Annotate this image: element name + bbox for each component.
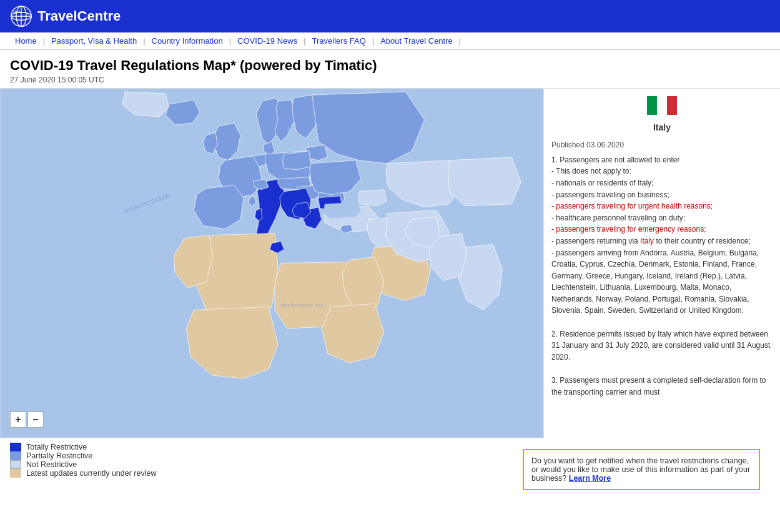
published-date: Published 03.06.2020 bbox=[551, 139, 773, 150]
nav-sep-4: | bbox=[302, 36, 307, 46]
nav-faq[interactable]: Travellers FAQ bbox=[307, 36, 371, 46]
nav-about[interactable]: About Travel Centre bbox=[375, 36, 458, 46]
country-info-text: 1. Passengers are not allowed to enter -… bbox=[551, 154, 773, 398]
legend-totally-restrictive: Totally Restrictive bbox=[10, 443, 175, 451]
legend-color-partially bbox=[10, 451, 21, 460]
country-name: Italy bbox=[551, 121, 773, 134]
legend-label-totally: Totally Restrictive bbox=[26, 443, 87, 451]
nav-home[interactable]: Home bbox=[10, 36, 42, 46]
main-layout: ATLANTIC OCEAN Mediterranean Sea + − Ita… bbox=[0, 88, 780, 438]
page-title-area: COVID-19 Travel Regulations Map* (powere… bbox=[0, 50, 780, 88]
svg-rect-11 bbox=[667, 96, 677, 115]
bottom-area: Totally Restrictive Partially Restrictiv… bbox=[0, 438, 780, 501]
legend-area: Totally Restrictive Partially Restrictiv… bbox=[0, 443, 175, 478]
nav-passport[interactable]: Passport, Visa & Health bbox=[46, 36, 142, 46]
info-panel: Italy Published 03.06.2020 1. Passengers… bbox=[543, 89, 780, 438]
svg-rect-9 bbox=[647, 96, 657, 115]
svg-text:IATA: IATA bbox=[13, 10, 21, 14]
nav-sep-1: | bbox=[42, 36, 46, 46]
legend-label-partially: Partially Restrictive bbox=[26, 451, 92, 460]
learn-more-link[interactable]: Learn More bbox=[569, 474, 611, 483]
legend-color-review bbox=[10, 469, 21, 478]
svg-text:Mediterranean Sea: Mediterranean Sea bbox=[281, 302, 323, 308]
legend-not-restrictive: Not Restrictive bbox=[10, 460, 175, 469]
country-flag-area: Italy bbox=[551, 96, 773, 134]
legend-label-review: Latest updates currently under review bbox=[26, 469, 156, 478]
legend-color-not bbox=[10, 460, 21, 469]
map-area[interactable]: ATLANTIC OCEAN Mediterranean Sea + − bbox=[0, 89, 543, 438]
nav-sep-2: | bbox=[142, 36, 146, 46]
nav-country-info[interactable]: Country Information bbox=[147, 36, 228, 46]
legend-color-totally bbox=[10, 443, 21, 451]
svg-rect-10 bbox=[657, 96, 667, 115]
header: IATA TravelCentre bbox=[0, 0, 780, 32]
site-title: TravelCentre bbox=[37, 8, 121, 24]
zoom-out-button[interactable]: − bbox=[27, 411, 44, 428]
map-controls: + − bbox=[10, 411, 44, 428]
legend-label-not: Not Restrictive bbox=[26, 460, 77, 469]
notification-text: Do you want to get notified when the tra… bbox=[531, 456, 750, 483]
legend-partially-restrictive: Partially Restrictive bbox=[10, 451, 175, 460]
page-title: COVID-19 Travel Regulations Map* (powere… bbox=[10, 57, 770, 74]
nav-covid-news[interactable]: COVID-19 News bbox=[232, 36, 302, 46]
iata-globe-icon: IATA bbox=[10, 5, 32, 27]
page-subtitle: 27 June 2020 15:00:05 UTC bbox=[10, 76, 770, 84]
zoom-in-button[interactable]: + bbox=[10, 411, 26, 428]
legend-under-review: Latest updates currently under review bbox=[10, 469, 175, 478]
map-svg[interactable]: ATLANTIC OCEAN Mediterranean Sea bbox=[0, 89, 543, 438]
nav-sep-5: | bbox=[371, 36, 375, 46]
italy-flag-icon bbox=[647, 96, 677, 115]
nav-sep-3: | bbox=[228, 36, 232, 46]
header-logo: IATA TravelCentre bbox=[10, 5, 121, 27]
nav-bar: Home | Passport, Visa & Health | Country… bbox=[0, 32, 780, 50]
nav-sep-6: | bbox=[458, 36, 462, 46]
notification-box: Do you want to get notified when the tra… bbox=[523, 449, 760, 490]
notification-col: Do you want to get notified when the tra… bbox=[175, 443, 780, 496]
